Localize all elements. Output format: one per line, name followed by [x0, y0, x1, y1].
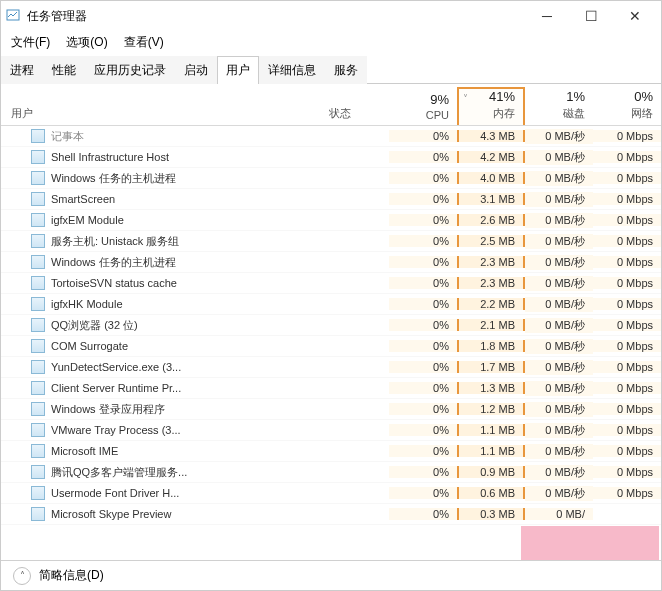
table-row[interactable]: TortoiseSVN status cache0%2.3 MB0 MB/秒0 …	[1, 273, 661, 294]
process-name: VMware Tray Process (3...	[51, 424, 181, 436]
table-row[interactable]: SmartScreen0%3.1 MB0 MB/秒0 Mbps	[1, 189, 661, 210]
titlebar: 任务管理器 ─ ☐ ✕	[1, 1, 661, 31]
table-row[interactable]: 腾讯QQ多客户端管理服务...0%0.9 MB0 MB/秒0 Mbps	[1, 462, 661, 483]
table-row[interactable]: 服务主机: Unistack 服务组0%2.5 MB0 MB/秒0 Mbps	[1, 231, 661, 252]
tab-2[interactable]: 应用历史记录	[85, 56, 175, 84]
table-row[interactable]: Usermode Font Driver H...0%0.6 MB0 MB/秒0…	[1, 483, 661, 504]
cpu-cell: 0%	[389, 403, 457, 415]
process-icon	[31, 486, 45, 500]
network-cell: 0 Mbps	[593, 403, 661, 415]
process-name-cell: Usermode Font Driver H...	[1, 486, 329, 500]
table-row[interactable]: COM Surrogate0%1.8 MB0 MB/秒0 Mbps	[1, 336, 661, 357]
disk-cell: 0 MB/秒	[525, 381, 593, 396]
process-name-cell: igfxHK Module	[1, 297, 329, 311]
memory-cell: 4.0 MB	[457, 172, 525, 184]
column-network[interactable]: 0% 网络	[593, 89, 661, 125]
process-name: Shell Infrastructure Host	[51, 151, 169, 163]
cpu-cell: 0%	[389, 256, 457, 268]
memory-cell: 3.1 MB	[457, 193, 525, 205]
process-icon	[31, 213, 45, 227]
tab-bar: 进程性能应用历史记录启动用户详细信息服务	[1, 55, 661, 84]
disk-cell: 0 MB/秒	[525, 402, 593, 417]
close-button[interactable]: ✕	[613, 2, 657, 30]
tab-6[interactable]: 服务	[325, 56, 367, 84]
network-cell: 0 Mbps	[593, 298, 661, 310]
cpu-cell: 0%	[389, 382, 457, 394]
cpu-cell: 0%	[389, 277, 457, 289]
process-name: YunDetectService.exe (3...	[51, 361, 181, 373]
memory-cell: 1.1 MB	[457, 445, 525, 457]
disk-cell: 0 MB/秒	[525, 423, 593, 438]
table-row[interactable]: igfxHK Module0%2.2 MB0 MB/秒0 Mbps	[1, 294, 661, 315]
disk-cell: 0 MB/	[525, 508, 593, 520]
process-icon	[31, 192, 45, 206]
maximize-button[interactable]: ☐	[569, 2, 613, 30]
table-row[interactable]: igfxEM Module0%2.6 MB0 MB/秒0 Mbps	[1, 210, 661, 231]
table-row[interactable]: Windows 登录应用程序0%1.2 MB0 MB/秒0 Mbps	[1, 399, 661, 420]
process-icon	[31, 423, 45, 437]
memory-cell: 4.2 MB	[457, 151, 525, 163]
column-cpu[interactable]: 9% CPU	[389, 92, 457, 125]
svg-rect-0	[7, 10, 19, 20]
process-name: QQ浏览器 (32 位)	[51, 318, 138, 333]
column-status[interactable]: 状态	[329, 106, 389, 125]
process-icon	[31, 129, 45, 143]
table-row[interactable]: Client Server Runtime Pr...0%1.3 MB0 MB/…	[1, 378, 661, 399]
table-row[interactable]: Windows 任务的主机进程0%4.0 MB0 MB/秒0 Mbps	[1, 168, 661, 189]
menubar: 文件(F) 选项(O) 查看(V)	[1, 31, 661, 53]
table-row[interactable]: 记事本0%4.3 MB0 MB/秒0 Mbps	[1, 126, 661, 147]
network-cell: 0 Mbps	[593, 172, 661, 184]
cpu-cell: 0%	[389, 487, 457, 499]
table-row[interactable]: VMware Tray Process (3...0%1.1 MB0 MB/秒0…	[1, 420, 661, 441]
network-cell: 0 Mbps	[593, 487, 661, 499]
table-row[interactable]: YunDetectService.exe (3...0%1.7 MB0 MB/秒…	[1, 357, 661, 378]
memory-cell: 1.2 MB	[457, 403, 525, 415]
table-row[interactable]: Windows 任务的主机进程0%2.3 MB0 MB/秒0 Mbps	[1, 252, 661, 273]
column-name[interactable]: 用户	[1, 106, 329, 125]
cpu-cell: 0%	[389, 151, 457, 163]
cpu-cell: 0%	[389, 466, 457, 478]
network-cell: 0 Mbps	[593, 382, 661, 394]
column-disk[interactable]: 1% 磁盘	[525, 89, 593, 125]
minimize-button[interactable]: ─	[525, 2, 569, 30]
menu-file[interactable]: 文件(F)	[5, 32, 56, 53]
table-row[interactable]: Shell Infrastructure Host0%4.2 MB0 MB/秒0…	[1, 147, 661, 168]
tab-3[interactable]: 启动	[175, 56, 217, 84]
process-name-cell: 服务主机: Unistack 服务组	[1, 234, 329, 249]
process-name-cell: COM Surrogate	[1, 339, 329, 353]
table-row[interactable]: QQ浏览器 (32 位)0%2.1 MB0 MB/秒0 Mbps	[1, 315, 661, 336]
network-cell: 0 Mbps	[593, 466, 661, 478]
process-icon	[31, 171, 45, 185]
tab-4[interactable]: 用户	[217, 56, 259, 84]
process-list[interactable]: 记事本0%4.3 MB0 MB/秒0 MbpsShell Infrastruct…	[1, 126, 661, 560]
disk-cell: 0 MB/秒	[525, 444, 593, 459]
cpu-cell: 0%	[389, 235, 457, 247]
tab-1[interactable]: 性能	[43, 56, 85, 84]
network-cell: 0 Mbps	[593, 193, 661, 205]
cpu-cell: 0%	[389, 172, 457, 184]
disk-cell: 0 MB/秒	[525, 276, 593, 291]
process-name: 腾讯QQ多客户端管理服务...	[51, 465, 187, 480]
network-cell: 0 Mbps	[593, 445, 661, 457]
network-cell: 0 Mbps	[593, 130, 661, 142]
column-memory[interactable]: 41% 内存	[457, 87, 525, 125]
cpu-cell: 0%	[389, 193, 457, 205]
collapse-icon[interactable]: ˄	[13, 567, 31, 585]
menu-options[interactable]: 选项(O)	[60, 32, 113, 53]
footer-label[interactable]: 简略信息(D)	[39, 567, 104, 584]
process-name: Windows 任务的主机进程	[51, 171, 176, 186]
process-name-cell: Windows 任务的主机进程	[1, 171, 329, 186]
table-row[interactable]: Microsoft IME0%1.1 MB0 MB/秒0 Mbps	[1, 441, 661, 462]
process-name-cell: Client Server Runtime Pr...	[1, 381, 329, 395]
process-icon	[31, 360, 45, 374]
memory-cell: 1.3 MB	[457, 382, 525, 394]
memory-cell: 2.3 MB	[457, 277, 525, 289]
memory-cell: 1.8 MB	[457, 340, 525, 352]
process-name: COM Surrogate	[51, 340, 128, 352]
tab-5[interactable]: 详细信息	[259, 56, 325, 84]
disk-cell: 0 MB/秒	[525, 234, 593, 249]
tab-0[interactable]: 进程	[1, 56, 43, 84]
table-row[interactable]: Microsoft Skype Preview0%0.3 MB0 MB/	[1, 504, 661, 525]
menu-view[interactable]: 查看(V)	[118, 32, 170, 53]
process-icon	[31, 339, 45, 353]
